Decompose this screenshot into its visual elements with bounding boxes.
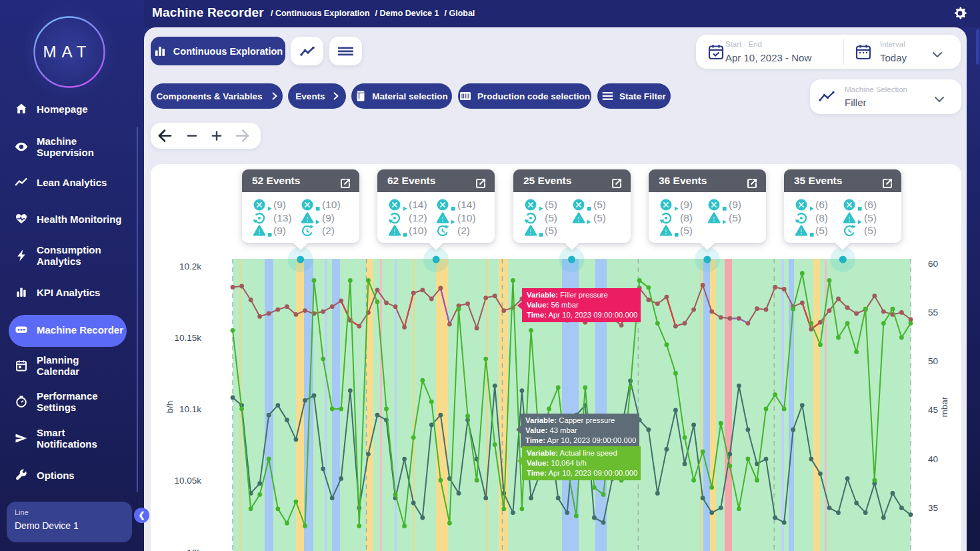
svg-text:10k: 10k bbox=[187, 548, 201, 551]
svg-text:(8): (8) bbox=[815, 212, 828, 223]
svg-text:55: 55 bbox=[928, 308, 938, 318]
svg-text:60: 60 bbox=[928, 259, 938, 269]
svg-text:(2): (2) bbox=[457, 225, 470, 236]
svg-text:(6): (6) bbox=[864, 199, 877, 210]
svg-text:10.15k: 10.15k bbox=[174, 333, 201, 343]
svg-text:(5): (5) bbox=[729, 212, 741, 223]
svg-text:mbar: mbar bbox=[939, 396, 949, 417]
svg-text:(10): (10) bbox=[322, 199, 341, 210]
svg-text:(14): (14) bbox=[409, 199, 427, 210]
svg-text:(6): (6) bbox=[815, 199, 828, 210]
svg-text:45: 45 bbox=[928, 405, 938, 415]
svg-text:(5): (5) bbox=[815, 225, 828, 236]
svg-text:(10): (10) bbox=[409, 225, 427, 236]
svg-text:(5): (5) bbox=[593, 212, 606, 223]
svg-text:(9): (9) bbox=[273, 199, 286, 210]
svg-text:(8): (8) bbox=[680, 212, 693, 223]
svg-text:(2): (2) bbox=[322, 225, 335, 236]
svg-text:10.2k: 10.2k bbox=[179, 261, 201, 271]
svg-text:(10): (10) bbox=[457, 212, 476, 223]
svg-text:(14): (14) bbox=[457, 199, 476, 210]
svg-text:(5): (5) bbox=[864, 225, 877, 236]
svg-text:(5): (5) bbox=[864, 212, 877, 223]
svg-text:(5): (5) bbox=[545, 212, 557, 223]
svg-text:(9): (9) bbox=[273, 225, 286, 236]
svg-text:(12): (12) bbox=[409, 212, 427, 223]
svg-text:(5): (5) bbox=[545, 199, 557, 210]
svg-text:(9): (9) bbox=[680, 199, 693, 210]
svg-text:b/h: b/h bbox=[165, 401, 175, 414]
svg-text:(5): (5) bbox=[545, 225, 557, 236]
svg-text:10.1k: 10.1k bbox=[179, 404, 201, 414]
svg-text:35: 35 bbox=[928, 503, 938, 513]
svg-text:50: 50 bbox=[928, 356, 938, 366]
svg-text:(13): (13) bbox=[273, 212, 292, 223]
svg-text:MAT: MAT bbox=[43, 43, 92, 61]
svg-text:(5): (5) bbox=[680, 225, 693, 236]
svg-text:10.05k: 10.05k bbox=[174, 476, 201, 486]
svg-text:(9): (9) bbox=[322, 212, 335, 223]
svg-text:(5): (5) bbox=[593, 199, 606, 210]
svg-text:40: 40 bbox=[928, 454, 938, 464]
svg-text:(9): (9) bbox=[729, 199, 741, 210]
